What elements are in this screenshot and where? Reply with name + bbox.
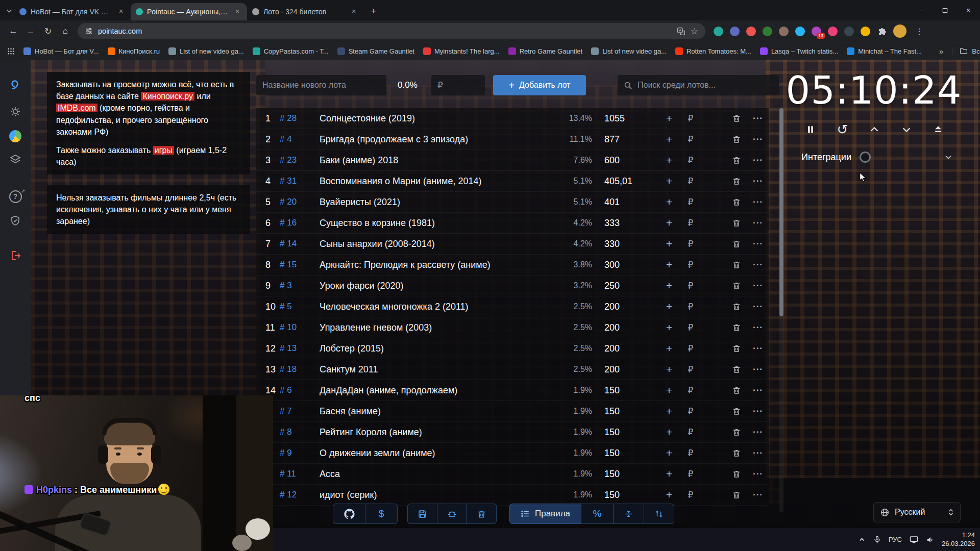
help-icon[interactable]: ?↗ — [8, 189, 23, 204]
extension-icon[interactable] — [779, 27, 789, 36]
save-button[interactable] — [407, 504, 437, 524]
lot-number[interactable]: # 11 — [280, 469, 320, 479]
lot-menu-button[interactable]: ··· — [747, 422, 769, 442]
add-amount-button[interactable]: + — [658, 443, 680, 463]
extension-icon[interactable] — [714, 27, 723, 36]
lot-title[interactable]: ДанДаДан (аниме, продолжаем) — [320, 385, 549, 396]
add-amount-button[interactable]: + — [658, 380, 680, 400]
delete-lot-button[interactable] — [726, 317, 747, 338]
window-minimize-button[interactable]: — — [910, 0, 933, 20]
scrollbar-thumb[interactable] — [779, 108, 783, 316]
bookmark-item[interactable]: КиноПоиск.ru — [108, 47, 160, 55]
add-amount-button[interactable]: + — [658, 422, 680, 442]
delete-lot-button[interactable] — [726, 464, 747, 484]
bookmark-item[interactable]: Retro Game Gauntlet — [508, 47, 583, 55]
add-amount-button[interactable]: + — [658, 338, 680, 359]
shield-check-icon[interactable] — [8, 213, 23, 229]
lot-title[interactable]: Рейтинг Короля (аниме) — [320, 427, 549, 438]
delete-lot-button[interactable] — [726, 401, 747, 421]
delete-lot-button[interactable] — [726, 150, 747, 170]
window-maximize-button[interactable] — [933, 0, 957, 20]
lot-title[interactable]: Лобстер (2015) — [320, 343, 549, 354]
chevron-down-icon[interactable] — [943, 152, 953, 162]
all-bookmarks-button[interactable]: Все закладки — [952, 47, 980, 55]
lot-menu-button[interactable]: ··· — [747, 443, 769, 463]
tray-chevron-icon[interactable] — [858, 536, 866, 543]
language-selector[interactable]: Русский — [873, 502, 961, 522]
ruble-button[interactable]: ₽ — [680, 380, 701, 400]
lot-number[interactable]: # 9 — [280, 448, 320, 458]
add-amount-button[interactable]: + — [658, 276, 680, 296]
bookmark-item[interactable]: HoBot — Бот для V... — [23, 47, 99, 55]
lot-number[interactable]: # 3 — [280, 281, 320, 291]
delete-lot-button[interactable] — [726, 380, 747, 400]
extension-icon[interactable] — [828, 27, 838, 36]
extensions-puzzle-icon[interactable] — [877, 27, 887, 36]
add-amount-button[interactable]: + — [658, 192, 680, 212]
add-amount-button[interactable]: + — [658, 401, 680, 421]
lot-title[interactable]: Аркнайтс: Прелюдия к рассвету (аниме) — [320, 260, 549, 270]
lot-number[interactable]: # 16 — [280, 218, 320, 228]
pause-icon[interactable] — [801, 120, 820, 139]
ruble-button[interactable]: ₽ — [680, 150, 701, 170]
integrations-toggle[interactable] — [860, 152, 871, 163]
logout-icon[interactable] — [8, 248, 23, 263]
extension-icon[interactable] — [746, 27, 756, 36]
new-tab-button[interactable]: + — [366, 4, 381, 18]
bookmark-item[interactable]: CopyPastas.com - T... — [253, 47, 329, 55]
lot-title[interactable]: Управление гневом (2003) — [320, 322, 549, 333]
chevron-up-icon[interactable] — [865, 120, 884, 139]
lot-title[interactable]: Уроки фарси (2020) — [320, 281, 549, 291]
add-amount-button[interactable]: + — [658, 129, 680, 149]
bookmark-item[interactable]: List of new video ga... — [168, 47, 244, 55]
ruble-button[interactable]: ₽ — [680, 129, 701, 149]
site-settings-icon[interactable] — [85, 27, 93, 35]
ruble-button[interactable]: ₽ — [680, 255, 701, 275]
github-button[interactable] — [333, 504, 365, 524]
lot-number[interactable]: # 12 — [280, 490, 320, 500]
bookmark-item[interactable]: List of new video ga... — [591, 47, 667, 55]
add-amount-button[interactable]: + — [658, 317, 680, 338]
extension-icon[interactable]: 13 — [812, 27, 821, 36]
bookmark-item[interactable]: Lasqa – Twitch statis... — [760, 47, 838, 55]
add-amount-button[interactable]: + — [658, 171, 680, 191]
lot-number[interactable]: # 10 — [280, 322, 320, 333]
browser-tab[interactable]: HoBot — Бот для VK Video Liv × — [14, 3, 131, 20]
lot-menu-button[interactable]: ··· — [747, 485, 769, 505]
apps-grid-icon[interactable] — [7, 47, 15, 55]
lot-title[interactable]: Асса — [320, 469, 549, 480]
lot-number[interactable]: # 7 — [280, 406, 320, 416]
add-amount-button[interactable]: + — [658, 234, 680, 254]
add-amount-button[interactable]: + — [658, 150, 680, 170]
lot-menu-button[interactable]: ··· — [747, 338, 769, 359]
clear-trash-button[interactable] — [467, 504, 497, 524]
lot-menu-button[interactable]: ··· — [747, 380, 769, 400]
ruble-button[interactable]: ₽ — [680, 338, 701, 359]
delete-lot-button[interactable] — [726, 108, 747, 129]
lot-number[interactable]: # 23 — [280, 155, 320, 165]
back-icon[interactable]: ← — [5, 23, 21, 39]
lot-menu-button[interactable]: ··· — [747, 296, 769, 317]
lot-menu-button[interactable]: ··· — [747, 464, 769, 484]
language-indicator[interactable]: РУС — [889, 536, 902, 543]
lot-title[interactable]: Басня (аниме) — [320, 406, 549, 417]
lot-number[interactable]: # 14 — [280, 239, 320, 249]
lot-menu-button[interactable]: ··· — [747, 234, 769, 254]
lot-number[interactable]: # 15 — [280, 260, 320, 270]
ruble-button[interactable]: ₽ — [680, 422, 701, 442]
translate-icon[interactable]: A — [677, 27, 685, 36]
layers-icon[interactable] — [8, 152, 23, 167]
delete-lot-button[interactable] — [726, 255, 747, 275]
browser-tab[interactable]: Pointauc — Аукционы, лотереи × — [131, 3, 247, 20]
tab-close-icon[interactable]: × — [349, 7, 358, 16]
delete-lot-button[interactable] — [726, 338, 747, 359]
add-amount-button[interactable]: + — [658, 485, 680, 505]
tab-close-icon[interactable]: × — [233, 7, 242, 16]
ruble-button[interactable]: ₽ — [680, 464, 701, 484]
lot-number[interactable]: # 31 — [280, 176, 320, 186]
delete-lot-button[interactable] — [726, 359, 747, 380]
taskbar-clock[interactable]: 1:24 26.03.2026 — [942, 531, 975, 548]
eject-icon[interactable] — [929, 120, 947, 139]
bookmark-star-icon[interactable]: ☆ — [691, 26, 698, 37]
lot-number[interactable]: # 8 — [280, 427, 320, 437]
